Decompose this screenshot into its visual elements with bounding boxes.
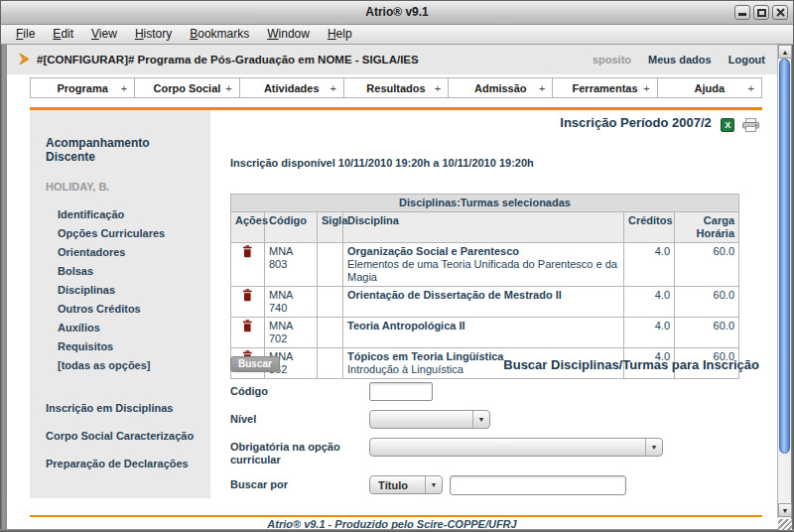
plus-icon[interactable]: + — [330, 82, 335, 94]
nav-tab-admissao[interactable]: Admissão+ — [449, 77, 553, 98]
nav-tab-corpo-social[interactable]: Corpo Social+ — [135, 77, 239, 98]
sidebar-item-auxilios[interactable]: Auxílios — [58, 319, 200, 337]
cell-codigo: MNA 702 — [265, 318, 318, 348]
sidebar-item-preparacao-declaracoes[interactable]: Preparação de Declarações — [46, 455, 200, 473]
vertical-scrollbar[interactable]: ▲ ▼ — [777, 45, 791, 518]
plus-icon[interactable]: + — [539, 82, 545, 94]
sidebar-item-identificacao[interactable]: Identificação — [58, 205, 200, 224]
plus-icon[interactable]: + — [748, 82, 754, 94]
col-header-disciplina: Disciplina — [343, 212, 624, 243]
scrollbar-thumb[interactable] — [779, 59, 790, 454]
sidebar-item-disciplinas[interactable]: Disciplinas — [58, 281, 200, 300]
maximize-button[interactable] — [753, 5, 769, 20]
sidebar-item-orientadores[interactable]: Orientadores — [58, 243, 200, 262]
student-name: HOLIDAY, B. — [46, 181, 200, 193]
menu-file[interactable]: File — [7, 25, 44, 44]
plus-icon[interactable]: + — [225, 82, 231, 94]
scroll-down-button[interactable]: ▼ — [778, 503, 792, 517]
window-titlebar[interactable]: Atrio® v9.1 — [0, 0, 794, 25]
logout-link[interactable]: Logout — [728, 54, 765, 66]
table-row: MNA 740 Orientação de Dissertação de Mes… — [231, 287, 739, 318]
buscar-por-select[interactable]: Título ▼ — [369, 475, 443, 494]
nav-tab-label: Resultados — [366, 82, 425, 94]
availability-text: Inscrição disponível 10/11/2010 19:20h a… — [230, 157, 534, 169]
plus-icon[interactable]: + — [643, 82, 649, 94]
cell-codigo: MNA 803 — [265, 243, 318, 287]
close-button[interactable] — [772, 5, 788, 20]
discipline-title: Orientação de Dissertação de Mestrado II — [347, 289, 619, 302]
minimize-button[interactable] — [734, 5, 750, 20]
scroll-up-button[interactable]: ▲ — [778, 45, 792, 59]
sidebar: Acompanhamento Discente HOLIDAY, B. Iden… — [30, 110, 210, 498]
cell-codigo: MNA 740 — [265, 287, 318, 318]
delete-icon[interactable] — [242, 323, 253, 334]
nav-tab-ferramentas[interactable]: Ferramentas+ — [553, 77, 657, 98]
delete-icon[interactable] — [242, 248, 253, 260]
window-resize-grip[interactable] — [778, 519, 792, 530]
close-icon — [776, 8, 785, 17]
chevron-down-icon: ▼ — [425, 476, 442, 493]
sidebar-item-requisitos[interactable]: Requisitos — [58, 337, 200, 356]
search-section-title: Buscar Disciplinas/Turmas para Inscrição — [503, 357, 759, 372]
buscar-button[interactable]: Buscar — [230, 356, 280, 372]
window-title: Atrio® v9.1 — [1, 1, 793, 24]
discipline-title: Organização Social e Parentesco — [347, 245, 619, 258]
buscar-por-label: Buscar por — [230, 475, 369, 495]
search-header-row: Buscar Buscar Disciplinas/Turmas para In… — [230, 356, 759, 372]
codigo-label: Código — [230, 382, 369, 401]
menu-bar: File Edit View History Bookmarks Window … — [0, 25, 794, 45]
nav-tab-atividades[interactable]: Atividades+ — [240, 77, 344, 98]
sidebar-item-opcoes-curriculares[interactable]: Opções Curriculares — [58, 224, 200, 243]
footer-credit: Atrio® v9.1 - Produzido pelo Scire-COPPE… — [7, 518, 777, 529]
page-title: Inscrição Período 2007/2 — [560, 115, 711, 130]
sidebar-item-bolsas[interactable]: Bolsas — [58, 262, 200, 281]
cell-sigla — [318, 318, 343, 348]
browser-viewport: #[CONFIGURAR]# Programa de Pós-Graduação… — [7, 45, 777, 529]
nav-tab-label: Ferramentas — [573, 82, 638, 94]
main-nav: Programa+ Corpo Social+ Atividades+ Resu… — [30, 77, 762, 98]
program-title: #[CONFIGURAR]# Programa de Pós-Graduação… — [37, 45, 419, 74]
sidebar-item-corpo-social-caracterizacao[interactable]: Corpo Social Caracterização — [46, 427, 200, 446]
codigo-input[interactable] — [369, 382, 433, 401]
delete-icon[interactable] — [242, 292, 253, 304]
obrigatoria-select[interactable]: ▼ — [369, 438, 663, 457]
excel-export-icon[interactable]: X — [721, 118, 734, 132]
col-header-codigo: Código — [265, 212, 318, 243]
sidebar-item-todas-opcoes[interactable]: [todas as opções] — [58, 356, 200, 375]
plus-icon[interactable]: + — [121, 82, 127, 94]
session-links: sposito Meus dados Logout — [593, 45, 765, 74]
discipline-title: Teoria Antropológica II — [347, 320, 619, 332]
cell-creditos: 4.0 — [624, 318, 675, 348]
cell-carga: 60.0 — [675, 243, 739, 287]
buscar-por-select-value: Título — [378, 479, 408, 491]
menu-bookmarks[interactable]: Bookmarks — [181, 25, 258, 44]
plus-icon[interactable]: + — [435, 82, 441, 94]
nav-tab-resultados[interactable]: Resultados+ — [344, 77, 449, 98]
sidebar-item-inscricao-disciplinas[interactable]: Inscrição em Disciplinas — [46, 399, 200, 418]
menu-history[interactable]: History — [126, 25, 181, 44]
window-controls — [734, 5, 788, 20]
menu-edit[interactable]: Edit — [44, 25, 82, 44]
sidebar-other-links: Inscrição em Disciplinas Corpo Social Ca… — [46, 399, 200, 473]
chevron-down-icon: ▼ — [645, 439, 662, 456]
menu-window[interactable]: Window — [258, 25, 319, 44]
selected-disciplines-table: Disciplinas:Turmas selecionadas Ações Có… — [230, 194, 739, 379]
nav-tab-ajuda[interactable]: Ajuda+ — [658, 77, 762, 98]
window-frame-left — [0, 45, 7, 532]
menu-view[interactable]: View — [82, 25, 126, 44]
cell-creditos: 4.0 — [624, 287, 675, 318]
nav-tab-programa[interactable]: Programa+ — [30, 77, 135, 98]
export-icons: X — [721, 118, 759, 133]
col-header-carga-horaria: Carga Horária — [675, 212, 739, 243]
sidebar-item-outros-creditos[interactable]: Outros Créditos — [58, 300, 200, 319]
print-icon[interactable] — [742, 118, 759, 132]
cell-sigla — [318, 287, 343, 318]
nivel-select[interactable]: ▼ — [369, 410, 490, 429]
menu-help[interactable]: Help — [319, 25, 361, 44]
buscar-por-input[interactable] — [450, 475, 626, 495]
chevron-down-icon: ▼ — [472, 411, 489, 428]
search-form: Código Nível ▼ Obrigatória na opção curr… — [230, 382, 759, 504]
cell-carga: 60.0 — [675, 318, 739, 348]
my-data-link[interactable]: Meus dados — [648, 54, 712, 66]
nav-tab-label: Corpo Social — [154, 82, 221, 94]
